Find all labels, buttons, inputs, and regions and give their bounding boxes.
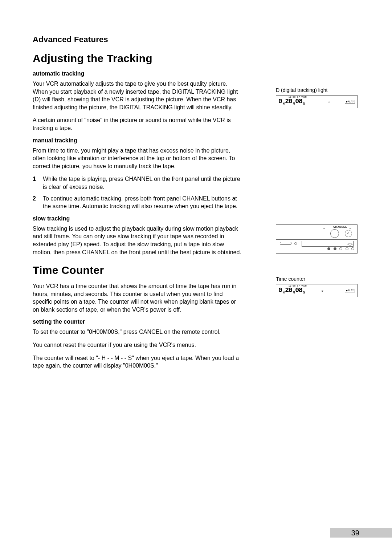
step-text: While the tape is playing, press CHANNEL… xyxy=(43,176,240,190)
figure-digital-tracking: D (digital tracking) light 12:00 SP VCR … xyxy=(276,87,359,108)
paragraph: From time to time, you might play a tape… xyxy=(33,147,243,170)
step-number: 2 xyxy=(33,195,36,203)
paragraph: The counter will reset to "- H - - M - -… xyxy=(33,354,243,370)
control-slot-icon xyxy=(280,242,291,245)
subheading-setting-counter: setting the counter xyxy=(33,319,359,325)
footer-accent-bar xyxy=(330,528,392,538)
heading-adjusting-tracking: Adjusting the Tracking xyxy=(33,52,359,65)
button-dot-icon xyxy=(346,247,348,250)
play-indicator: ▶PLAY xyxy=(345,289,355,292)
front-buttons xyxy=(326,245,354,252)
channel-knob-small-icon xyxy=(345,230,352,237)
channel-knob-icon xyxy=(330,229,339,238)
display-indicators: 12:00 SP VCR xyxy=(289,96,307,98)
paragraph: To set the counter to "0H00M00S," press … xyxy=(33,328,243,336)
footer: 39 xyxy=(290,528,392,538)
step-number: 1 xyxy=(33,175,36,183)
figure-label: D (digital tracking) light xyxy=(276,87,359,93)
display-indicators: 12:00 SP VCR xyxy=(289,285,307,287)
paragraph: Your VCR has a time counter that shows t… xyxy=(33,282,243,313)
play-indicator: ▶PLAY xyxy=(345,100,355,104)
vcr-display-panel: 12:00 SP VCR 0H20M08S ᴅ ▶PLAY xyxy=(276,95,358,108)
vcr-front-panel: ⌣ CHANNEL ⌣ ◁ ▷ xyxy=(276,224,358,254)
display-main-readout: 0H20M08S xyxy=(278,98,305,106)
button-dot-icon xyxy=(339,247,342,250)
callout-line-icon xyxy=(329,90,329,101)
page-number: 39 xyxy=(351,529,359,537)
step-text: To continue automatic tracking, press bo… xyxy=(43,195,237,210)
display-main-readout: 0H20M08S xyxy=(278,287,305,295)
d-indicator-icon: ᴅ xyxy=(328,101,330,104)
figure-vcr-front-panel: ⌣ CHANNEL ⌣ ◁ ▷ xyxy=(276,224,359,254)
ordered-steps: 1 While the tape is playing, press CHANN… xyxy=(33,175,243,210)
button-dot-icon xyxy=(327,247,330,250)
step-item: 2 To continue automatic tracking, press … xyxy=(33,195,243,210)
figure-label: Time counter xyxy=(276,276,359,282)
power-led-icon xyxy=(294,242,297,245)
document-page: Advanced Features Adjusting the Tracking… xyxy=(0,0,392,555)
button-dot-icon xyxy=(351,247,354,250)
vcr-display-panel: 12:00 SP VCR 0H20M08S ᴅ ▶PLAY xyxy=(276,284,358,297)
channel-label: CHANNEL xyxy=(333,226,347,228)
paragraph: Your VCR automatically adjusts the tape … xyxy=(33,80,243,111)
section-header: Advanced Features xyxy=(33,35,359,44)
paragraph: Slow tracking is used to adjust the play… xyxy=(33,225,243,256)
arc-left-icon: ⌣ xyxy=(323,226,329,230)
figure-column: D (digital tracking) light 12:00 SP VCR … xyxy=(276,87,359,312)
arc-right-icon: ⌣ xyxy=(349,226,355,230)
d-indicator-icon: ᴅ xyxy=(322,289,323,292)
paragraph: You cannot reset the counter if you are … xyxy=(33,341,243,349)
figure-time-counter: Time counter 12:00 SP VCR 0H20M08S ᴅ ▶PL… xyxy=(276,276,359,297)
subheading-automatic-tracking: automatic tracking xyxy=(33,70,359,77)
panel-divider xyxy=(276,239,357,240)
button-dot-icon xyxy=(334,247,336,250)
step-item: 1 While the tape is playing, press CHANN… xyxy=(33,175,243,191)
paragraph: A certain amount of "noise" in the pictu… xyxy=(33,116,243,132)
